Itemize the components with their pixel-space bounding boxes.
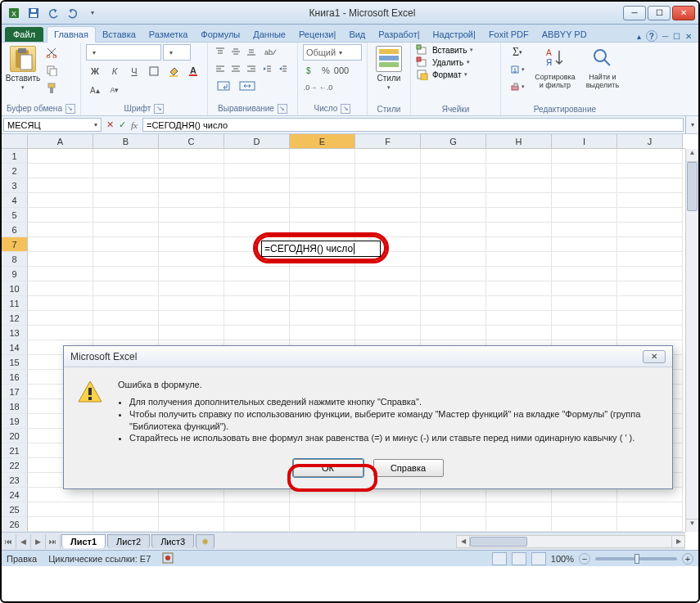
row-header[interactable]: 25 [2,502,28,517]
redo-icon[interactable] [64,5,82,21]
tab-layout[interactable]: Разметка [142,27,195,42]
hscroll-thumb[interactable] [470,537,527,547]
cell[interactable] [355,164,421,178]
font-launcher-icon[interactable]: ↘ [154,104,164,114]
cell[interactable] [224,193,290,208]
cell[interactable] [355,281,421,296]
cell[interactable] [28,488,93,502]
cell[interactable] [552,208,617,223]
cell[interactable] [93,488,159,502]
cell[interactable] [290,281,355,296]
cell[interactable] [159,281,224,296]
cell[interactable] [93,311,159,326]
cell[interactable] [93,164,159,178]
cell[interactable] [355,502,421,517]
select-all-corner[interactable] [2,134,28,148]
view-page-break-icon[interactable] [531,552,546,565]
cell[interactable] [224,208,290,223]
row-header[interactable]: 10 [2,281,28,296]
cell[interactable] [159,326,224,340]
cell[interactable] [355,208,421,223]
align-middle-icon[interactable] [228,44,243,59]
row-header[interactable]: 13 [2,326,28,340]
cell[interactable] [552,267,617,281]
merge-cells-icon[interactable] [235,79,260,93]
cell[interactable] [617,326,683,340]
tab-home[interactable]: Главная [47,26,96,43]
scroll-right-icon[interactable]: ▶ [671,536,684,547]
column-header-I[interactable]: I [552,134,617,148]
cell[interactable] [421,223,486,237]
cell[interactable] [355,517,421,532]
cell[interactable] [290,149,355,164]
minimize-button[interactable]: ─ [623,6,646,20]
row-header[interactable]: 5 [2,208,28,223]
column-header-G[interactable]: G [421,134,486,148]
tab-developer[interactable]: Разработ| [372,27,426,42]
sheet-tab-2[interactable]: Лист2 [107,534,150,548]
align-bottom-icon[interactable] [244,44,259,59]
row-header[interactable]: 18 [2,399,28,414]
zoom-out-button[interactable]: − [579,553,590,565]
cell[interactable] [355,193,421,208]
insert-function-icon[interactable]: fx [131,120,138,130]
cell[interactable] [159,178,224,193]
undo-icon[interactable] [44,5,62,21]
cell[interactable] [617,296,683,311]
cell[interactable] [552,488,617,502]
cell[interactable] [486,252,552,267]
qat-customize-icon[interactable]: ▾ [84,5,102,21]
row-header[interactable]: 24 [2,488,28,502]
new-sheet-button[interactable]: ✸ [196,534,215,549]
tab-data[interactable]: Данные [246,27,292,42]
cell[interactable] [93,502,159,517]
cell[interactable] [552,237,617,252]
cell[interactable] [28,252,93,267]
cell[interactable] [486,223,552,237]
ribbon-minimize-icon[interactable]: ▴ [637,32,641,41]
cell[interactable] [552,296,617,311]
cell[interactable] [28,237,93,252]
cell[interactable] [28,281,93,296]
sort-filter-button[interactable]: АЯ Сортировка и фильтр [532,44,578,92]
cell[interactable] [224,267,290,281]
cell[interactable] [28,193,93,208]
cell[interactable] [617,237,683,252]
cell[interactable] [421,149,486,164]
cell[interactable] [93,237,159,252]
cell[interactable] [486,296,552,311]
cut-icon[interactable] [43,44,61,61]
cell[interactable] [421,517,486,532]
tab-view[interactable]: Вид [342,27,372,42]
zoom-level[interactable]: 100% [551,554,574,564]
cell[interactable] [552,164,617,178]
tab-foxit[interactable]: Foxit PDF [482,27,535,42]
close-button[interactable]: ✕ [672,6,695,20]
column-header-H[interactable]: H [486,134,552,148]
cell[interactable] [486,149,552,164]
cell[interactable] [552,517,617,532]
cell[interactable] [224,296,290,311]
font-size-combo[interactable]: ▾ [163,44,191,61]
ok-button[interactable]: ОК [293,459,364,477]
cell[interactable] [421,296,486,311]
cell[interactable] [93,223,159,237]
scroll-down-icon[interactable]: ▼ [686,519,698,532]
paste-button[interactable]: Вставить ▾ [7,44,39,92]
fill-icon[interactable]: ▾ [506,61,529,78]
row-header[interactable]: 15 [2,355,28,370]
cell[interactable] [159,311,224,326]
styles-button[interactable]: Стили ▾ [373,44,405,92]
cell-editor[interactable]: =СЕГОДНЯ() число [261,241,381,257]
vscroll-thumb[interactable] [687,162,698,211]
cell[interactable] [552,223,617,237]
cell[interactable] [93,326,159,340]
zoom-slider[interactable] [595,557,677,560]
sheet-nav-next[interactable]: ▶ [31,534,46,549]
cell[interactable] [93,149,159,164]
decrease-decimal-icon[interactable]: ←.0 [318,80,333,95]
cell[interactable] [617,164,683,178]
cell[interactable] [486,164,552,178]
number-launcher-icon[interactable]: ↘ [341,104,350,114]
cell[interactable] [486,267,552,281]
